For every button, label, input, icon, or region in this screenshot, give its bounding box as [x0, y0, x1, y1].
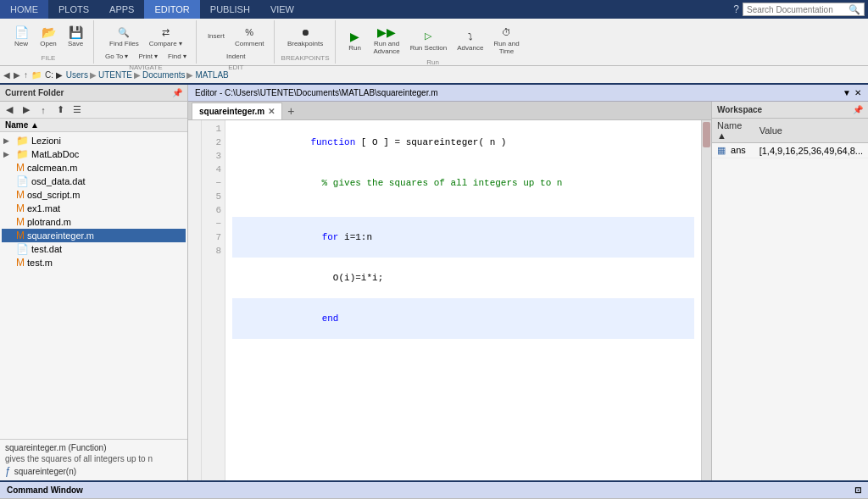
- folder-toolbar-btn-1[interactable]: ◀: [2, 103, 17, 118]
- menu-plots[interactable]: PLOTS: [48, 0, 99, 19]
- workspace-ans-value: [1,4,9,16,25,36,49,64,8...: [754, 143, 868, 158]
- editor-scrollbar[interactable]: [701, 120, 711, 480]
- code-area[interactable]: function [ O ] = squareinteger( n ) % gi…: [225, 120, 701, 480]
- breakpoints-group-label: BREAKPOINTS: [281, 54, 330, 62]
- nav-forward-icon[interactable]: ▶: [14, 70, 20, 80]
- workspace-row-icon: ▦: [717, 145, 726, 155]
- nav-utente[interactable]: UTENTE: [98, 70, 132, 80]
- run-section-button[interactable]: ▷ Run Section: [406, 26, 452, 54]
- tree-ex1-mat[interactable]: M ex1.mat: [2, 202, 186, 215]
- line-num-6: 6 −: [205, 203, 221, 230]
- workspace-header: Workspace 📌: [712, 102, 868, 119]
- panel-pin-icon[interactable]: 📌: [172, 88, 182, 97]
- tab-close-squareinteger[interactable]: ✕: [268, 107, 275, 116]
- run-advance-button[interactable]: ▶▶ Run and Advance: [370, 22, 404, 58]
- menu-view[interactable]: VIEW: [260, 0, 304, 19]
- editor-close-icon[interactable]: ✕: [854, 88, 861, 97]
- tree-test-dat[interactable]: 📄 test.dat: [2, 242, 186, 256]
- help-icon[interactable]: ?: [733, 3, 739, 15]
- print-button[interactable]: Print ▾: [134, 50, 162, 63]
- current-folder-icon[interactable]: 📁: [31, 70, 42, 80]
- folder-col-header[interactable]: Name ▲: [0, 119, 187, 132]
- code-line-4: for i=1:n: [232, 217, 694, 258]
- code-line-6: end: [232, 298, 694, 339]
- tree-matlabdoc[interactable]: ▶ 📁 MatLabDoc: [2, 147, 186, 161]
- nav-users[interactable]: Users: [66, 70, 88, 80]
- tree-osd-script[interactable]: M osd_script.m: [2, 188, 186, 202]
- workspace-row-ans[interactable]: ▦ ans [1,4,9,16,25,36,49,64,8...: [712, 143, 868, 158]
- run-button[interactable]: ▶ Run: [342, 26, 368, 54]
- search-documentation[interactable]: 🔍: [743, 3, 865, 16]
- matlabdoc-expand[interactable]: ▶: [3, 150, 14, 158]
- scroll-thumb[interactable]: [703, 122, 710, 147]
- goto-button[interactable]: Go To ▾: [101, 50, 132, 63]
- osd-script-icon: M: [16, 189, 25, 201]
- menu-publish[interactable]: PUBLISH: [200, 0, 260, 19]
- folder-toolbar-btn-4[interactable]: ⬆: [53, 103, 68, 118]
- editor-minimize-icon[interactable]: ▼: [843, 88, 851, 97]
- run-time-button[interactable]: ⏱ Run and Time: [489, 22, 523, 58]
- code-line-8: [232, 352, 694, 366]
- name-col-header[interactable]: Name ▲: [5, 120, 39, 130]
- lezioni-expand[interactable]: ▶: [3, 136, 14, 145]
- workspace-value-col[interactable]: Value: [754, 119, 868, 143]
- tree-osd-data[interactable]: 📄 osd_data.dat: [2, 175, 186, 188]
- test-m-icon: M: [16, 257, 25, 269]
- tree-plotrand[interactable]: M plotrand.m: [2, 215, 186, 229]
- breakpoints-button[interactable]: ⏺ Breakpoints: [283, 22, 327, 50]
- nav-documents[interactable]: Documents: [142, 70, 186, 80]
- run-icon: ▶: [347, 29, 364, 44]
- advance-button[interactable]: ⤵ Advance: [453, 26, 487, 54]
- indent-button[interactable]: Indent: [222, 50, 249, 63]
- search-input[interactable]: [747, 5, 849, 14]
- workspace-name-col[interactable]: Name ▲: [712, 119, 754, 143]
- current-folder-panel: Current Folder 📌 ◀ ▶ ↑ ⬆ ☰ Name ▲ ▶ 📁 Le…: [0, 85, 188, 480]
- nav-drive: C: ▶: [45, 70, 63, 80]
- menu-home[interactable]: HOME: [0, 0, 48, 19]
- save-button[interactable]: 💾 Save: [63, 22, 88, 50]
- editor-tab-squareinteger[interactable]: squareinteger.m ✕: [192, 103, 282, 119]
- function-sig-line: ƒ squareinteger(n): [5, 465, 182, 477]
- test-m-label: test.m: [27, 258, 53, 268]
- line-num-5: 5: [205, 190, 221, 203]
- line-num-7: 7: [205, 230, 221, 244]
- breakpoint-gutter: [188, 120, 202, 480]
- editor-workspace-row: squareinteger.m ✕ + 1 2 3 4 − 5: [188, 102, 868, 480]
- new-icon: 📄: [13, 25, 30, 40]
- tree-lezioni[interactable]: ▶ 📁 Lezioni: [2, 134, 186, 147]
- folder-toolbar-btn-5[interactable]: ☰: [70, 103, 85, 118]
- find-button[interactable]: Find ▾: [164, 50, 191, 63]
- nav-up-icon[interactable]: ↑: [24, 70, 28, 80]
- cmd-title: Command Window: [7, 485, 83, 495]
- folder-bottom-info: squareinteger.m (Function) gives the squ…: [0, 439, 187, 480]
- nav-matlab[interactable]: MATLAB: [195, 70, 228, 80]
- insert-button[interactable]: Insert: [203, 30, 229, 42]
- toolbar-edit-group: Insert % Comment Indent EDIT: [198, 20, 275, 64]
- matlabdoc-label: MatLabDoc: [31, 149, 79, 159]
- workspace-pin-icon[interactable]: 📌: [853, 105, 863, 114]
- open-icon: 📂: [40, 25, 57, 40]
- workspace-panel: Workspace 📌 Name ▲ Value ▦: [711, 102, 868, 480]
- code-line-2: % gives the squares of all integers up t…: [232, 163, 694, 203]
- tab-add-button[interactable]: +: [282, 103, 299, 119]
- find-files-button[interactable]: 🔍 Find Files: [105, 22, 143, 50]
- function-desc: gives the squares of all integers up to …: [5, 454, 182, 463]
- line-num-2: 2: [205, 136, 221, 149]
- menu-editor[interactable]: EDITOR: [144, 0, 199, 19]
- comment-button[interactable]: % Comment: [231, 22, 269, 50]
- folder-toolbar-btn-2[interactable]: ▶: [19, 103, 34, 118]
- menu-apps[interactable]: APPS: [99, 0, 144, 19]
- folder-toolbar-btn-3[interactable]: ↑: [36, 103, 51, 118]
- tree-calcmean[interactable]: M calcmean.m: [2, 161, 186, 175]
- line-num-8: 8: [205, 244, 221, 258]
- new-button[interactable]: 📄 New: [8, 22, 34, 50]
- tree-test-m[interactable]: M test.m: [2, 256, 186, 269]
- edit-group-label: EDIT: [228, 64, 243, 71]
- tree-squareinteger[interactable]: M squareinteger.m: [2, 229, 186, 242]
- nav-back-icon[interactable]: ◀: [3, 70, 10, 80]
- open-button[interactable]: 📂 Open: [36, 22, 61, 50]
- nav-arr-1: ▶: [90, 70, 97, 80]
- compare-button[interactable]: ⇄ Compare ▾: [145, 22, 186, 50]
- search-icon[interactable]: 🔍: [849, 4, 860, 15]
- cmd-maximize-icon[interactable]: ⊡: [854, 485, 861, 495]
